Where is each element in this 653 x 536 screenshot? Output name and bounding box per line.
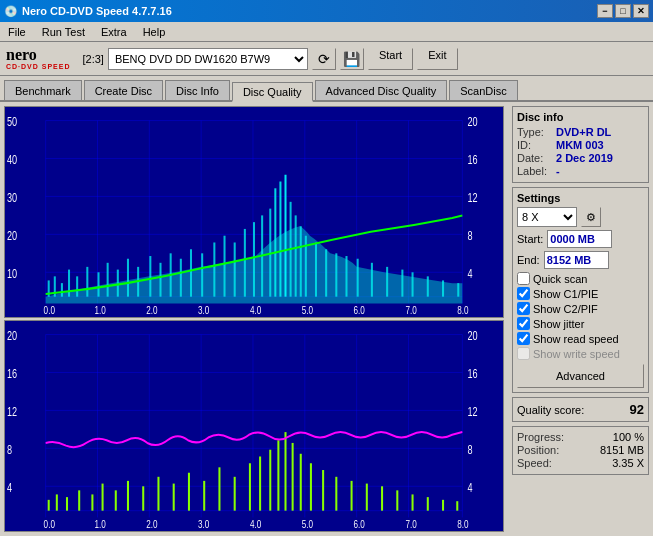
menu-help[interactable]: Help xyxy=(139,24,170,40)
position-row: Position: 8151 MB xyxy=(517,444,644,456)
logo-text: nero xyxy=(6,47,71,63)
svg-rect-116 xyxy=(310,463,312,510)
exit-button[interactable]: Exit xyxy=(417,48,457,70)
svg-text:20: 20 xyxy=(467,329,477,343)
svg-rect-51 xyxy=(357,259,359,297)
speed-select[interactable]: 8 X 4 X Max xyxy=(517,207,577,227)
show-read-speed-row: Show read speed xyxy=(517,332,644,345)
menu-run-test[interactable]: Run Test xyxy=(38,24,89,40)
quality-row: Quality score: 92 xyxy=(517,402,644,417)
minimize-button[interactable]: − xyxy=(597,4,613,18)
svg-rect-19 xyxy=(68,270,70,297)
tab-create-disc[interactable]: Create Disc xyxy=(84,80,163,100)
id-row: ID: MKM 003 xyxy=(517,139,644,151)
settings-panel: Settings 8 X 4 X Max ⚙ Start: End: Quick… xyxy=(512,187,649,393)
svg-rect-104 xyxy=(173,484,175,511)
svg-rect-114 xyxy=(292,443,294,511)
svg-rect-41 xyxy=(279,182,281,297)
svg-rect-126 xyxy=(456,501,458,510)
svg-text:16: 16 xyxy=(7,367,17,381)
logo: nero CD·DVD SPEED xyxy=(6,47,71,70)
svg-rect-103 xyxy=(157,477,159,511)
svg-rect-123 xyxy=(412,494,414,510)
menu-file[interactable]: File xyxy=(4,24,30,40)
settings-icon[interactable]: ⚙ xyxy=(581,207,601,227)
quick-scan-checkbox[interactable] xyxy=(517,272,530,285)
svg-rect-54 xyxy=(401,270,403,297)
svg-text:6.0: 6.0 xyxy=(354,304,365,316)
svg-rect-100 xyxy=(115,490,117,510)
menu-extra[interactable]: Extra xyxy=(97,24,131,40)
svg-rect-23 xyxy=(107,263,109,297)
save-icon[interactable]: 💾 xyxy=(340,48,364,70)
svg-rect-27 xyxy=(149,256,151,297)
svg-text:4: 4 xyxy=(7,480,12,494)
svg-rect-58 xyxy=(457,283,459,297)
svg-text:12: 12 xyxy=(7,405,17,419)
tab-scandisc[interactable]: ScanDisc xyxy=(449,80,517,100)
start-button[interactable]: Start xyxy=(368,48,413,70)
tab-advanced-disc-quality[interactable]: Advanced Disc Quality xyxy=(315,80,448,100)
svg-rect-35 xyxy=(234,242,236,296)
show-write-speed-checkbox[interactable] xyxy=(517,347,530,360)
title-bar-text: Nero CD-DVD Speed 4.7.7.16 xyxy=(22,5,172,17)
svg-text:4.0: 4.0 xyxy=(250,518,261,530)
svg-rect-21 xyxy=(86,267,88,297)
progress-value: 100 % xyxy=(613,431,644,443)
svg-rect-105 xyxy=(188,473,190,511)
svg-rect-33 xyxy=(213,242,215,296)
end-input[interactable] xyxy=(544,251,609,269)
quick-scan-label: Quick scan xyxy=(533,273,587,285)
type-value: DVD+R DL xyxy=(556,126,611,138)
type-row: Type: DVD+R DL xyxy=(517,126,644,138)
svg-rect-113 xyxy=(284,432,286,511)
svg-text:8: 8 xyxy=(7,442,12,456)
svg-rect-115 xyxy=(300,454,302,511)
show-c1pie-checkbox[interactable] xyxy=(517,287,530,300)
svg-text:20: 20 xyxy=(7,228,17,242)
svg-rect-49 xyxy=(335,253,337,296)
speed-progress-value: 3.35 X xyxy=(612,457,644,469)
id-value: MKM 003 xyxy=(556,139,604,151)
label-value: - xyxy=(556,165,560,177)
svg-text:8.0: 8.0 xyxy=(457,518,468,530)
svg-rect-28 xyxy=(159,263,161,297)
drive-select[interactable]: BENQ DVD DD DW1620 B7W9 xyxy=(108,48,308,70)
position-label: Position: xyxy=(517,444,559,456)
maximize-button[interactable]: □ xyxy=(615,4,631,18)
svg-rect-45 xyxy=(300,226,302,296)
start-input[interactable] xyxy=(547,230,612,248)
show-jitter-checkbox[interactable] xyxy=(517,317,530,330)
logo-sub: CD·DVD SPEED xyxy=(6,63,71,70)
svg-rect-110 xyxy=(259,456,261,510)
svg-rect-94 xyxy=(48,500,50,511)
show-c2pif-label: Show C2/PIF xyxy=(533,303,598,315)
tab-disc-info[interactable]: Disc Info xyxy=(165,80,230,100)
bottom-chart-svg: 20 16 12 8 4 20 16 12 8 4 0.0 1.0 2.0 3.… xyxy=(5,321,503,531)
show-read-speed-checkbox[interactable] xyxy=(517,332,530,345)
tab-benchmark[interactable]: Benchmark xyxy=(4,80,82,100)
disc-info-title: Disc info xyxy=(517,111,644,123)
close-button[interactable]: ✕ xyxy=(633,4,649,18)
svg-text:16: 16 xyxy=(467,367,477,381)
advanced-button[interactable]: Advanced xyxy=(517,364,644,388)
svg-rect-30 xyxy=(180,259,182,297)
type-label: Type: xyxy=(517,126,552,138)
svg-text:8.0: 8.0 xyxy=(457,304,468,316)
svg-rect-20 xyxy=(76,276,78,296)
quality-panel: Quality score: 92 xyxy=(512,397,649,422)
svg-text:2.0: 2.0 xyxy=(146,304,157,316)
speed-row: 8 X 4 X Max ⚙ xyxy=(517,207,644,227)
tab-disc-quality[interactable]: Disc Quality xyxy=(232,82,313,102)
show-write-speed-row: Show write speed xyxy=(517,347,644,360)
svg-text:12: 12 xyxy=(467,191,477,205)
svg-rect-56 xyxy=(427,276,429,296)
svg-rect-24 xyxy=(117,270,119,297)
svg-rect-37 xyxy=(253,222,255,297)
show-c2pif-checkbox[interactable] xyxy=(517,302,530,315)
svg-text:3.0: 3.0 xyxy=(198,304,209,316)
svg-text:40: 40 xyxy=(7,153,17,167)
svg-text:16: 16 xyxy=(467,153,477,167)
refresh-icon[interactable]: ⟳ xyxy=(312,48,336,70)
main-content: 50 40 30 20 10 20 16 12 8 4 0.0 1.0 2.0 … xyxy=(0,102,653,536)
